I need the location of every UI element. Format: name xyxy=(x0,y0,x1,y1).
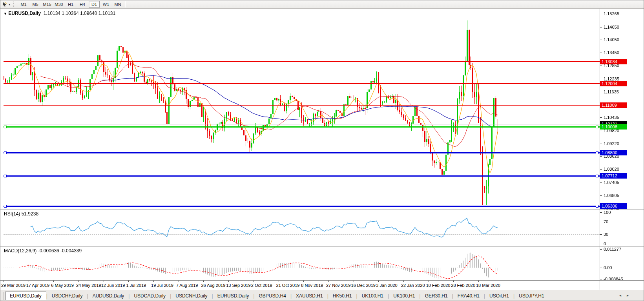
price-tick-label: 1.08020 xyxy=(604,167,619,171)
price-tick xyxy=(600,27,602,27)
chart-tab-eurusd-daily[interactable]: EURUSD,Daily xyxy=(5,292,46,300)
axis-separator xyxy=(0,280,644,281)
date-label: 1 Jul 2019 xyxy=(126,283,146,288)
price-tick xyxy=(600,156,602,157)
rsi-axis-label: 100 xyxy=(604,210,611,215)
panel-separator[interactable] xyxy=(0,209,644,209)
rsi-axis-tick xyxy=(600,222,602,222)
chart-tab-eurusd-daily[interactable]: EURUSD,Daily xyxy=(213,292,254,300)
hline-support-1.08800[interactable] xyxy=(4,152,600,153)
timeframe-button-h1[interactable]: H1 xyxy=(65,1,76,8)
rsi-axis-tick xyxy=(600,212,602,213)
chart-tab-uk100-h1[interactable]: UK100,H1 xyxy=(358,292,388,300)
timeframe-button-m30[interactable]: M30 xyxy=(53,1,64,8)
date-axis: 29 Mar 201917 Apr 20196 May 201924 May 2… xyxy=(0,280,644,290)
date-label: 16 Dec 2019 xyxy=(351,283,376,288)
date-label: 24 May 2019 xyxy=(76,283,101,288)
price-tag-support-3: 1.06306 xyxy=(600,203,627,209)
rsi-axis-label: 30 xyxy=(604,232,608,237)
timeframe-button-d1[interactable]: D1 xyxy=(89,1,100,8)
cursor-pencil-icon xyxy=(2,2,7,7)
chart-tab-usdchf-daily[interactable]: USDCHF,Daily xyxy=(47,292,87,300)
rsi-label: RSI(14) 51.9238 xyxy=(4,211,38,217)
price-tick-label: 1.10435 xyxy=(604,115,619,120)
rsi-axis-label: 70 xyxy=(604,219,608,224)
chart-tab-xauusd-h1[interactable]: XAUUSD,H1 xyxy=(292,292,327,300)
rsi-axis-tick xyxy=(600,244,602,244)
price-axis-border xyxy=(600,9,600,290)
drawing-tool-button[interactable]: ▾ xyxy=(0,0,12,8)
date-label: 2 Oct 2019 xyxy=(251,283,272,288)
toolbar-separator xyxy=(125,1,125,7)
timeframe-button-m15[interactable]: M15 xyxy=(42,1,53,8)
price-tick-label: 1.07405 xyxy=(604,180,619,185)
price-tick xyxy=(600,131,602,131)
rsi-axis-tick xyxy=(600,234,602,235)
hline-pivot-1.10008[interactable] xyxy=(4,126,600,128)
toolbar-grip xyxy=(13,2,16,7)
price-tick-label: 1.13450 xyxy=(604,50,619,55)
chart-tab-usoil-h1[interactable]: USOil,H1 xyxy=(485,292,513,300)
macd-axis-tick xyxy=(600,268,602,268)
macd-axis-tick xyxy=(600,249,602,250)
panel-separator[interactable] xyxy=(0,246,644,246)
mt4-window: ▾ M1M5M15M30H1H4D1W1MN ▼ EURUSD,Daily 1.… xyxy=(0,0,644,301)
hline-support-1.07712-handle-left[interactable] xyxy=(4,175,7,177)
hline-support-1.06306-handle-left[interactable] xyxy=(4,205,7,208)
timeframe-button-m5[interactable]: M5 xyxy=(30,1,41,8)
price-tag-resistance-3: 1.11009 xyxy=(600,102,627,108)
chart-ohlc-readout: ▼ EURUSD,Daily 1.10134 1.10364 1.09640 1… xyxy=(4,11,115,16)
hline-resistance-1.13034[interactable] xyxy=(4,61,600,62)
hline-support-1.06306[interactable] xyxy=(4,206,600,207)
timeframe-button-w1[interactable]: W1 xyxy=(100,1,111,8)
hline-resistance-1.11009[interactable] xyxy=(4,105,600,106)
chart-tab-usdjpy-h1[interactable]: USDJPY,H1 xyxy=(514,292,548,300)
hline-current-price[interactable] xyxy=(4,124,600,124)
date-label: 21 Oct 2019 xyxy=(276,283,300,288)
price-tick xyxy=(600,53,602,53)
rsi-axis-label: 0 xyxy=(604,241,606,246)
tab-scroll-right-icon[interactable]: ▸ xyxy=(627,293,629,297)
ohlc-low: 1.09640 xyxy=(80,11,97,16)
hline-support-1.08800-handle-right[interactable] xyxy=(596,151,598,154)
chart-tab-bar: EURUSD,Daily|USDCHF,Daily|AUDUSD,Daily|U… xyxy=(0,290,644,301)
tabbar-grip xyxy=(0,292,4,300)
price-tick-label: 1.14650 xyxy=(604,25,619,29)
timeframe-button-m1[interactable]: M1 xyxy=(18,1,29,8)
price-tick xyxy=(600,182,602,183)
chart-tab-hk50-h1[interactable]: HK50,H1 xyxy=(328,292,356,300)
date-label: 17 Apr 2019 xyxy=(26,283,49,288)
chart-canvas[interactable] xyxy=(0,9,644,290)
date-label: 27 Nov 2019 xyxy=(326,283,350,288)
price-tick xyxy=(600,195,602,196)
date-label: 13 Sep 2019 xyxy=(226,283,250,288)
chart-tab-gbpusd-h4[interactable]: GBPUSD,H4 xyxy=(255,292,290,300)
price-tick xyxy=(600,79,602,79)
hline-pivot-1.10008-handle-right[interactable] xyxy=(596,126,598,128)
chart-tab-usdcnh-daily[interactable]: USDCNH,Daily xyxy=(171,292,212,300)
macd-value: -0.000636 xyxy=(38,248,59,254)
hline-resistance-1.12004[interactable] xyxy=(4,83,600,84)
tab-scroll-left-icon[interactable]: ◂ xyxy=(619,293,621,297)
panel-separator xyxy=(0,247,644,247)
chart-tab-audusd-daily[interactable]: AUDUSD,Daily xyxy=(88,292,129,300)
price-tick-label: 1.06805 xyxy=(604,193,619,198)
date-label: 10 Feb 2020 xyxy=(426,283,451,288)
hline-pivot-1.10008-handle-left[interactable] xyxy=(4,126,7,128)
timeframe-button-mn[interactable]: MN xyxy=(112,1,123,8)
chart-tab-fra40-h1[interactable]: FRA40,H1 xyxy=(453,292,484,300)
chart-tab-uk100-h1[interactable]: UK100,H1 xyxy=(389,292,419,300)
chart-tab-usdcad-daily[interactable]: USDCAD,Daily xyxy=(130,292,170,300)
hline-support-1.06306-handle-right[interactable] xyxy=(596,205,598,208)
chevron-down-icon[interactable]: ▾ xyxy=(9,3,10,6)
timeframe-button-h4[interactable]: H4 xyxy=(77,1,88,8)
chart-dropdown-icon[interactable]: ▼ xyxy=(4,12,7,16)
hline-support-1.08800-handle-left[interactable] xyxy=(4,151,7,154)
chart-tab-ger30-h1[interactable]: GER30,H1 xyxy=(421,292,452,300)
date-label: 6 May 2019 xyxy=(51,283,73,288)
price-tag-support-1: 1.08800 xyxy=(600,150,627,155)
date-label: 8 Nov 2019 xyxy=(301,283,323,288)
hline-support-1.07712-handle-right[interactable] xyxy=(596,175,598,177)
hline-support-1.07712[interactable] xyxy=(4,175,600,177)
macd-signal-value: -0.004339 xyxy=(60,248,82,254)
